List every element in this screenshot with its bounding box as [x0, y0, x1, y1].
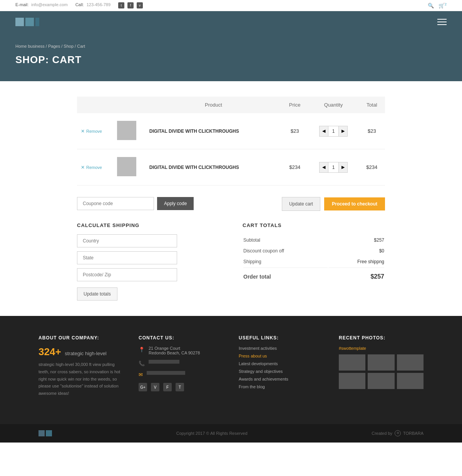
twitter-icon[interactable]: t	[118, 2, 124, 8]
photo-thumb-1	[339, 354, 365, 371]
remove-label-1: Remove	[86, 129, 102, 134]
quantity-control-2: ◀ 1 ▶	[319, 162, 348, 173]
footer-links-list: Investment activities Press about us Lat…	[239, 346, 323, 389]
qty-decrease-2[interactable]: ◀	[320, 162, 328, 172]
remove-button-2[interactable]: ✕ Remove	[81, 165, 104, 170]
footer-link-blog[interactable]: From the blog	[239, 384, 323, 389]
cart-icon[interactable]: 🛒2	[439, 2, 447, 8]
subtotal-label: Subtotal	[243, 235, 328, 245]
footer-contact-title: CONTACT US:	[139, 335, 223, 341]
remove-label-2: Remove	[86, 165, 102, 170]
cart-table: Product Price Quantity Total ✕ Remove	[77, 97, 385, 185]
page-title: SHOP: CART	[15, 54, 447, 66]
footer-link-press[interactable]: Press about us	[239, 354, 323, 358]
update-totals-button[interactable]: Update totals	[77, 287, 117, 301]
remove-cell-2: ✕ Remove	[77, 149, 108, 185]
qty-value-1: 1	[328, 126, 339, 136]
remove-button-1[interactable]: ✕ Remove	[81, 129, 104, 134]
photo-thumb-2	[368, 354, 394, 371]
state-input[interactable]	[77, 251, 177, 264]
footer-address: 📍 21 Orange CourtRedondo Beach, CA 90278	[139, 346, 223, 355]
quantity-cell-1: ◀ 1 ▶	[308, 113, 358, 149]
totals-subtotal-row: Subtotal $257	[243, 235, 384, 245]
facebook-icon[interactable]: f	[127, 2, 134, 8]
footer-phone-text	[149, 360, 179, 364]
remove-cell-1: ✕ Remove	[77, 113, 108, 149]
qty-increase-2[interactable]: ▶	[339, 162, 347, 172]
coupon-section: Apply code	[77, 197, 194, 210]
totals-discount-row: Discount coupon off $0	[243, 246, 384, 256]
footer-twitter-icon[interactable]: T	[176, 383, 184, 391]
product-name-2: DIGITAL DIVIDE WITH CLICKTHROUGHS	[149, 165, 239, 170]
top-bar-left: E-mail: info@example.com Call: 123-456-7…	[15, 2, 143, 8]
footer-creator: Created by ⚙ TORBARA	[372, 430, 424, 436]
order-total-value: $257	[328, 267, 384, 282]
update-cart-button[interactable]: Update cart	[282, 197, 320, 211]
hamburger-line-1	[437, 19, 447, 20]
hamburger-menu[interactable]	[437, 19, 447, 25]
creator-icon: ⚙	[395, 430, 401, 436]
product-thumbnail-1	[117, 121, 136, 140]
coupon-input[interactable]	[77, 197, 154, 210]
top-bar-right: 🔍 🛒2	[428, 2, 447, 8]
col-price-header: Price	[281, 97, 308, 113]
shipping-title: CALCULATE SHIPPING	[77, 222, 219, 228]
col-product-header	[77, 97, 146, 113]
quantity-cell-2: ◀ 1 ▶	[308, 149, 358, 185]
footer-photos: RECENT PHOTOS: #swottemplate	[339, 335, 424, 397]
qty-increase-1[interactable]: ▶	[339, 126, 347, 136]
footer-gplus-icon[interactable]: G+	[139, 383, 147, 391]
price-cell-1: $23	[281, 113, 308, 149]
footer-about-number: 324+ strategic high-level	[38, 346, 123, 358]
breadcrumb: Home business / Pages / Shop / Cart	[15, 44, 447, 48]
total-1: $23	[368, 128, 376, 134]
subtotal-value: $257	[328, 235, 384, 245]
footer-link-strategy[interactable]: Strategy and objectives	[239, 369, 323, 374]
footer-link-latest[interactable]: Latest developments	[239, 361, 323, 366]
footer-copyright: Copyright 2017 © All Rights Reserved	[176, 431, 248, 436]
price-cell-2: $234	[281, 149, 308, 185]
country-input[interactable]	[77, 234, 177, 247]
logo	[15, 18, 39, 26]
footer-grid: ABOUT OUR COMPANY: 324+ strategic high-l…	[38, 335, 424, 397]
phone-icon: 📞	[139, 361, 145, 366]
quantity-control-1: ◀ 1 ▶	[319, 126, 348, 137]
remove-x-icon: ✕	[81, 129, 85, 134]
totals-order-row: Order total $257	[243, 267, 384, 282]
footer-links: USEFUL LINKS: Investment activities Pres…	[239, 335, 323, 397]
price-2: $234	[289, 164, 300, 170]
apply-code-button[interactable]: Apply code	[157, 197, 194, 210]
main-nav	[0, 11, 462, 32]
footer-logo-block-1	[38, 430, 45, 436]
table-row: ✕ Remove DIGITAL DIVIDE WITH CLICKTHROUG…	[77, 149, 385, 185]
footer-facebook-icon[interactable]: F	[163, 383, 172, 391]
qty-decrease-1[interactable]: ◀	[320, 126, 328, 136]
photo-thumb-6	[397, 373, 424, 389]
bottom-section: CALCULATE SHIPPING Update totals CART TO…	[77, 222, 385, 301]
col-product-name-header: Product	[146, 97, 281, 113]
top-bar: E-mail: info@example.com Call: 123-456-7…	[0, 0, 462, 11]
location-icon: 📍	[139, 347, 145, 352]
totals-title: CART TOTALS	[243, 222, 385, 228]
product-name-cell-2: DIGITAL DIVIDE WITH CLICKTHROUGHS	[146, 149, 281, 185]
hero-section: Home business / Pages / Shop / Cart SHOP…	[0, 32, 462, 81]
creator-prefix: Created by	[372, 431, 392, 436]
product-thumbnail-2	[117, 157, 136, 176]
qty-value-2: 1	[328, 162, 339, 172]
footer-about: ABOUT OUR COMPANY: 324+ strategic high-l…	[38, 335, 123, 397]
product-thumb-cell-2	[108, 149, 146, 185]
footer-link-investment[interactable]: Investment activities	[239, 346, 323, 351]
vimeo-icon[interactable]: v	[137, 2, 143, 8]
footer: ABOUT OUR COMPANY: 324+ strategic high-l…	[0, 316, 462, 424]
footer-phone: 📞	[139, 360, 223, 366]
main-content: Product Price Quantity Total ✕ Remove	[0, 81, 462, 316]
totals-section: CART TOTALS Subtotal $257 Discount coupo…	[243, 222, 385, 283]
email-label: E-mail: info@example.com	[15, 2, 68, 8]
cart-buttons: Update cart Proceed to checkout	[282, 197, 385, 211]
checkout-button[interactable]: Proceed to checkout	[324, 197, 385, 210]
footer-vimeo-icon[interactable]: V	[151, 383, 159, 391]
postcode-input[interactable]	[77, 268, 177, 281]
footer-address-text: 21 Orange CourtRedondo Beach, CA 90278	[149, 346, 200, 355]
search-icon[interactable]: 🔍	[428, 3, 434, 8]
footer-link-awards[interactable]: Awards and achievements	[239, 377, 323, 381]
